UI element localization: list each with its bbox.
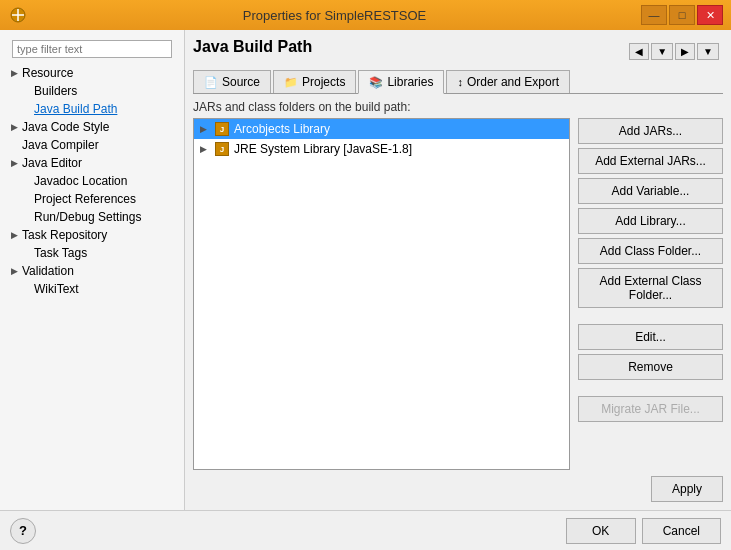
- content-area: ▶ J Arcobjects Library ▶ J JRE System Li…: [193, 118, 723, 470]
- window-title: Properties for SimpleRESTSOE: [28, 8, 641, 23]
- expand-arrow-resource: ▶: [8, 67, 20, 79]
- remove-button[interactable]: Remove: [578, 354, 723, 380]
- nav-forward-button[interactable]: ▶: [675, 43, 695, 60]
- add-external-class-folder-button[interactable]: Add External Class Folder...: [578, 268, 723, 308]
- sidebar-item-validation[interactable]: ▶ Validation: [0, 262, 184, 280]
- jre-jar-icon: J: [214, 141, 230, 157]
- tab-order-export[interactable]: ↕ Order and Export: [446, 70, 570, 93]
- expand-arrow-run-debug: [20, 211, 32, 223]
- expand-arrow-wikitext: [20, 283, 32, 295]
- page-title: Java Build Path: [193, 38, 312, 56]
- minimize-button[interactable]: —: [641, 5, 667, 25]
- sidebar-item-java-compiler[interactable]: Java Compiler: [0, 136, 184, 154]
- sidebar-item-javadoc-location[interactable]: Javadoc Location: [0, 172, 184, 190]
- add-external-jars-button[interactable]: Add External JARs...: [578, 148, 723, 174]
- expand-arrow-code-style: ▶: [8, 121, 20, 133]
- sidebar-item-task-tags[interactable]: Task Tags: [0, 244, 184, 262]
- add-variable-button[interactable]: Add Variable...: [578, 178, 723, 204]
- nav-dropdown-back[interactable]: ▼: [651, 43, 673, 60]
- lib-arrow-jre: ▶: [200, 144, 214, 154]
- tab-bar: 📄 Source 📁 Projects 📚 Libraries ↕ Order …: [193, 70, 723, 94]
- apply-button[interactable]: Apply: [651, 476, 723, 502]
- expand-arrow-compiler: [8, 139, 20, 151]
- button-spacer-1: [578, 312, 723, 320]
- expand-arrow-validation: ▶: [8, 265, 20, 277]
- tab-projects[interactable]: 📁 Projects: [273, 70, 356, 93]
- arcobjects-jar-icon: J: [214, 121, 230, 137]
- button-spacer-2: [578, 384, 723, 392]
- expand-arrow-task-repo: ▶: [8, 229, 20, 241]
- expand-arrow-builders: [20, 85, 32, 97]
- dialog-buttons: OK Cancel: [566, 518, 721, 544]
- nav-dropdown-forward[interactable]: ▼: [697, 43, 719, 60]
- nav-back-button[interactable]: ◀: [629, 43, 649, 60]
- expand-arrow-build-path: [20, 103, 32, 115]
- title-bar: Properties for SimpleRESTSOE — □ ✕: [0, 0, 731, 30]
- library-item-jre[interactable]: ▶ J JRE System Library [JavaSE-1.8]: [194, 139, 569, 159]
- order-export-tab-icon: ↕: [457, 76, 463, 88]
- buttons-panel: Add JARs... Add External JARs... Add Var…: [578, 118, 723, 470]
- migrate-jar-button[interactable]: Migrate JAR File...: [578, 396, 723, 422]
- cancel-button[interactable]: Cancel: [642, 518, 721, 544]
- filter-input[interactable]: [12, 40, 172, 58]
- tab-source[interactable]: 📄 Source: [193, 70, 271, 93]
- sidebar-item-task-repository[interactable]: ▶ Task Repository: [0, 226, 184, 244]
- sidebar-item-project-references[interactable]: Project References: [0, 190, 184, 208]
- source-tab-icon: 📄: [204, 76, 218, 89]
- sidebar-item-java-code-style[interactable]: ▶ Java Code Style: [0, 118, 184, 136]
- sidebar-item-builders[interactable]: Builders: [0, 82, 184, 100]
- lib-arrow-arcobjects: ▶: [200, 124, 214, 134]
- expand-arrow-task-tags: [20, 247, 32, 259]
- bottom-bar: ? OK Cancel: [0, 510, 731, 550]
- close-button[interactable]: ✕: [697, 5, 723, 25]
- dialog-body: ▶ Resource Builders Java Build Path ▶ Ja…: [0, 30, 731, 510]
- library-item-arcobjects[interactable]: ▶ J Arcobjects Library: [194, 119, 569, 139]
- sidebar-item-run-debug[interactable]: Run/Debug Settings: [0, 208, 184, 226]
- subtitle: JARs and class folders on the build path…: [193, 100, 723, 114]
- sidebar: ▶ Resource Builders Java Build Path ▶ Ja…: [0, 30, 185, 510]
- maximize-button[interactable]: □: [669, 5, 695, 25]
- libraries-tab-icon: 📚: [369, 76, 383, 89]
- expand-arrow-javadoc: [20, 175, 32, 187]
- expand-arrow-editor: ▶: [8, 157, 20, 169]
- help-button[interactable]: ?: [10, 518, 36, 544]
- sidebar-item-java-build-path[interactable]: Java Build Path: [0, 100, 184, 118]
- expand-arrow-proj-ref: [20, 193, 32, 205]
- add-class-folder-button[interactable]: Add Class Folder...: [578, 238, 723, 264]
- add-library-button[interactable]: Add Library...: [578, 208, 723, 234]
- library-tree-panel[interactable]: ▶ J Arcobjects Library ▶ J JRE System Li…: [193, 118, 570, 470]
- app-icon: [8, 5, 28, 25]
- main-content: Java Build Path ◀ ▼ ▶ ▼ 📄 Source 📁 Proje…: [185, 30, 731, 510]
- add-jars-button[interactable]: Add JARs...: [578, 118, 723, 144]
- ok-button[interactable]: OK: [566, 518, 636, 544]
- sidebar-item-resource[interactable]: ▶ Resource: [0, 64, 184, 82]
- nav-arrows: ◀ ▼ ▶ ▼: [629, 43, 719, 60]
- tab-libraries[interactable]: 📚 Libraries: [358, 70, 444, 94]
- edit-button[interactable]: Edit...: [578, 324, 723, 350]
- window-controls: — □ ✕: [641, 5, 723, 25]
- projects-tab-icon: 📁: [284, 76, 298, 89]
- sidebar-item-java-editor[interactable]: ▶ Java Editor: [0, 154, 184, 172]
- sidebar-item-wikitext[interactable]: WikiText: [0, 280, 184, 298]
